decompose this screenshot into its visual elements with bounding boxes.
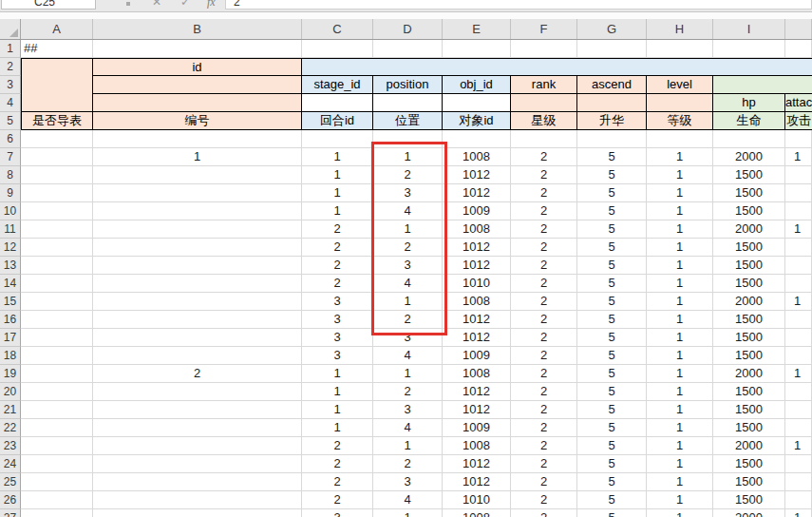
cell-b-number[interactable] — [93, 202, 302, 220]
row-number[interactable]: 3 — [0, 76, 21, 94]
row-number[interactable]: 20 — [0, 383, 21, 401]
cell-h-level[interactable]: 1 — [647, 257, 713, 275]
cell-c-stage-id[interactable]: 3 — [302, 509, 373, 517]
cell-g-ascend[interactable]: 5 — [577, 202, 647, 220]
cell-a[interactable] — [21, 166, 93, 184]
cell-e-obj-id[interactable]: 1012 — [443, 455, 511, 473]
cell-f-rank[interactable]: 2 — [511, 202, 577, 220]
select-all-corner[interactable] — [0, 19, 21, 39]
cell-d-position[interactable]: 4 — [373, 491, 443, 509]
cell-a[interactable] — [21, 347, 93, 365]
cell-g1[interactable] — [577, 40, 647, 58]
cell-g5-ascend-cn[interactable]: 升华 — [577, 112, 647, 130]
green-band-row3[interactable] — [713, 76, 812, 94]
cell-h4[interactable] — [647, 94, 713, 112]
cell-j-attack-clipped[interactable]: 1 — [785, 437, 812, 455]
cell-i-hp[interactable]: 1500 — [713, 329, 785, 347]
cell-j1[interactable] — [785, 40, 812, 58]
cell-h-level[interactable]: 1 — [647, 202, 713, 220]
cell-a[interactable] — [21, 239, 93, 257]
cell-h-level[interactable]: 1 — [647, 383, 713, 401]
cell-d-position[interactable]: 1 — [373, 509, 443, 517]
cell-b-number[interactable] — [93, 257, 302, 275]
cell-a[interactable] — [21, 365, 93, 383]
cell-b-number[interactable] — [93, 293, 302, 311]
cell-d-position[interactable]: 2 — [373, 166, 443, 184]
cell-b-number[interactable] — [93, 239, 302, 257]
cancel-icon[interactable]: ✕ — [152, 0, 161, 9]
cell-a[interactable] — [21, 401, 93, 419]
row-number[interactable]: 17 — [0, 329, 21, 347]
cell-j-attack-clipped[interactable] — [785, 329, 812, 347]
name-box[interactable]: C25 — [1, 0, 96, 10]
cell-h-level[interactable]: 1 — [647, 311, 713, 329]
cell-b-number[interactable] — [93, 473, 302, 491]
cell-b5-number[interactable]: 编号 — [93, 112, 302, 130]
cell-i-hp[interactable]: 2000 — [713, 293, 785, 311]
cell-f-rank[interactable]: 2 — [511, 329, 577, 347]
cell-j-attack-clipped[interactable]: 1 — [785, 365, 812, 383]
row-number[interactable]: 10 — [0, 202, 21, 220]
cell-a2-merged[interactable] — [21, 58, 93, 76]
cell-g-ascend[interactable]: 5 — [577, 509, 647, 517]
cell-f-rank[interactable]: 2 — [511, 275, 577, 293]
cell-e-obj-id[interactable]: 1012 — [443, 473, 511, 491]
cell-e-obj-id[interactable]: 1012 — [443, 329, 511, 347]
cell-b-number[interactable] — [93, 419, 302, 437]
cell-a4-merged[interactable] — [21, 94, 93, 112]
cell-h-level[interactable]: 1 — [647, 419, 713, 437]
cell-i-hp[interactable]: 1500 — [713, 275, 785, 293]
cell-b2-id-header[interactable]: id — [93, 58, 302, 76]
cell-d1[interactable] — [373, 40, 443, 58]
row-number[interactable]: 2 — [0, 58, 21, 76]
cell-h-level[interactable]: 1 — [647, 401, 713, 419]
cell-i-hp[interactable]: 1500 — [713, 166, 785, 184]
cell-j-attack-clipped[interactable] — [785, 419, 812, 437]
cell-b1[interactable] — [93, 40, 302, 58]
row-number[interactable]: 4 — [0, 94, 21, 112]
cell-i-hp[interactable]: 1500 — [713, 455, 785, 473]
cell-j-attack-clipped[interactable] — [785, 473, 812, 491]
cell-f5-star-level[interactable]: 星级 — [511, 112, 577, 130]
enter-icon[interactable]: ✓ — [180, 0, 190, 9]
cell-c4[interactable] — [302, 94, 373, 112]
row-number[interactable]: 15 — [0, 293, 21, 311]
column-header-j[interactable] — [785, 19, 812, 39]
cell-a[interactable] — [21, 184, 93, 202]
cell-i-hp[interactable]: 1500 — [713, 473, 785, 491]
cell-c-stage-id[interactable]: 1 — [302, 365, 373, 383]
cell-e-obj-id[interactable]: 1010 — [443, 275, 511, 293]
cell-j-attack-clipped[interactable] — [785, 491, 812, 509]
cell-j-attack-clipped[interactable] — [785, 401, 812, 419]
cell-d-position[interactable]: 4 — [373, 419, 443, 437]
column-header-b[interactable]: B — [93, 19, 302, 39]
cell-f3-rank[interactable]: rank — [511, 76, 577, 94]
cell-c-stage-id[interactable]: 2 — [302, 257, 373, 275]
cell-j-attack-clipped[interactable] — [785, 347, 812, 365]
cell-a[interactable] — [21, 509, 93, 517]
cell-f-rank[interactable]: 2 — [511, 473, 577, 491]
cell-i-hp[interactable]: 1500 — [713, 311, 785, 329]
row-number[interactable]: 14 — [0, 275, 21, 293]
cell-g-ascend[interactable]: 5 — [577, 329, 647, 347]
cell-c-stage-id[interactable]: 3 — [302, 293, 373, 311]
cell-e3-obj-id[interactable]: obj_id — [443, 76, 511, 94]
cell-c-stage-id[interactable]: 1 — [302, 184, 373, 202]
cell-b-number[interactable] — [93, 437, 302, 455]
cell-j-attack-clipped[interactable]: 1 — [785, 293, 812, 311]
cell-b-number[interactable] — [93, 184, 302, 202]
cell-j-attack-clipped[interactable] — [785, 257, 812, 275]
cell-c1[interactable] — [302, 40, 373, 58]
cell-g-ascend[interactable]: 5 — [577, 455, 647, 473]
cell-a5-export-flag[interactable]: 是否导表 — [21, 112, 93, 130]
cell-e5-object-id-cn[interactable]: 对象id — [443, 112, 511, 130]
cell-d-position[interactable] — [373, 130, 443, 148]
column-header-i[interactable]: I — [713, 19, 785, 39]
cell-f1[interactable] — [511, 40, 577, 58]
cell-h-level[interactable]: 1 — [647, 329, 713, 347]
cell-e-obj-id[interactable]: 1012 — [443, 184, 511, 202]
cell-a[interactable] — [21, 473, 93, 491]
column-header-e[interactable]: E — [443, 19, 511, 39]
cell-f-rank[interactable]: 2 — [511, 148, 577, 166]
cell-f-rank[interactable]: 2 — [511, 401, 577, 419]
